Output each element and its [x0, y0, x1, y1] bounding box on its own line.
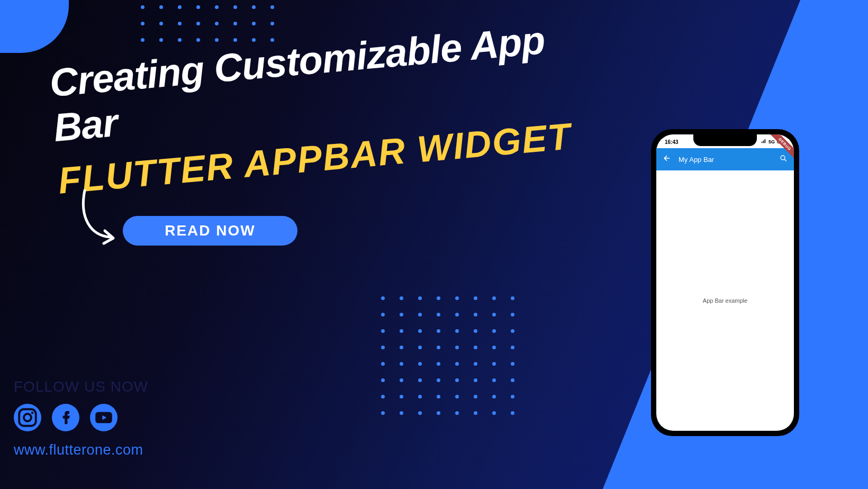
cta-label: READ NOW: [165, 222, 256, 239]
instagram-icon: [16, 406, 39, 429]
follow-label: FOLLOW US NOW: [14, 378, 148, 395]
youtube-icon: [93, 406, 115, 429]
facebook-button[interactable]: [52, 404, 79, 431]
phone-mock: 16:43 5G My App Bar DEBUG App Bar exam: [651, 129, 799, 436]
dot-grid-mid: [381, 296, 514, 415]
facebook-icon: [55, 406, 77, 429]
social-row: [14, 404, 148, 431]
app-bar: My App Bar: [656, 148, 794, 170]
corner-blob: [0, 0, 69, 53]
phone-notch: [693, 134, 757, 146]
read-now-button[interactable]: READ NOW: [123, 216, 297, 246]
curved-arrow-icon: [74, 185, 132, 249]
instagram-button[interactable]: [14, 404, 41, 431]
site-url[interactable]: www.flutterone.com: [14, 442, 148, 458]
headline-block: Creating Customizable App Bar FLUTTER AP…: [48, 12, 619, 202]
svg-point-7: [781, 156, 785, 160]
svg-line-8: [784, 159, 786, 161]
status-network: 5G: [768, 139, 775, 144]
svg-point-1: [24, 414, 31, 421]
appbar-title: My App Bar: [679, 156, 772, 164]
svg-rect-0: [19, 409, 36, 426]
search-icon[interactable]: [779, 154, 788, 165]
back-icon[interactable]: [663, 154, 671, 165]
youtube-button[interactable]: [90, 404, 117, 431]
svg-point-2: [31, 412, 34, 414]
phone-screen: 16:43 5G My App Bar DEBUG App Bar exam: [656, 134, 794, 431]
status-time: 16:43: [665, 139, 679, 145]
footer: FOLLOW US NOW www.flutterone.com: [14, 378, 148, 458]
dot-grid-top: [141, 5, 274, 42]
phone-body: App Bar example: [656, 170, 794, 431]
signal-icon: [761, 139, 766, 144]
phone-body-text: App Bar example: [703, 297, 747, 304]
